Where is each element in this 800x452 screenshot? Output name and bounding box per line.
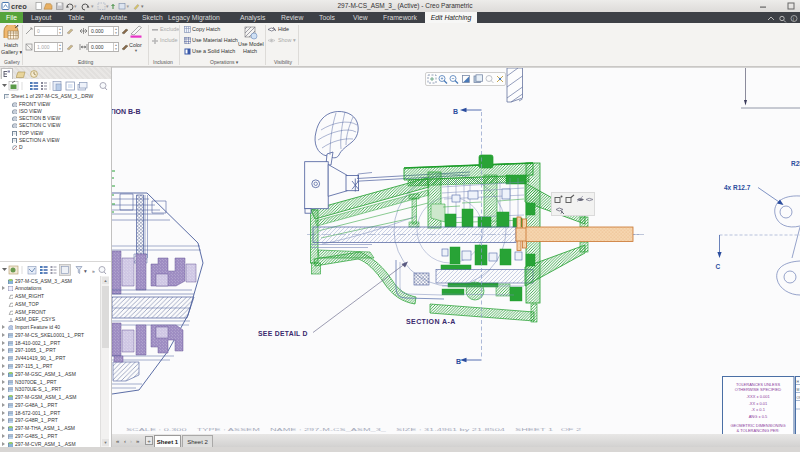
- svg-text:B: B: [456, 358, 461, 365]
- svg-text:SEE DETAIL D: SEE DETAIL D: [258, 330, 308, 337]
- svg-text:SCALE : 0.300 TYPE : ASSEM: SCALE : 0.300 TYPE : ASSEM NAME : 297-M-…: [126, 427, 582, 432]
- svg-text:▾: ▾: [141, 3, 144, 9]
- svg-text:M: M: [797, 388, 800, 392]
- svg-text:▾: ▾: [74, 3, 77, 9]
- svg-text:i: i: [793, 16, 794, 22]
- svg-text:▾: ▾: [84, 268, 87, 274]
- svg-text:OR: OR: [797, 396, 800, 400]
- svg-text:SECTION B-B: SECTION B-B: [112, 108, 141, 115]
- svg-text:»: »: [92, 268, 95, 274]
- svg-text:.XX ± 0.01: .XX ± 0.01: [749, 401, 768, 406]
- svg-text:▾: ▾: [91, 3, 94, 9]
- svg-text:R25.4: R25.4: [791, 160, 800, 167]
- svg-text:.XXX ± 0.001: .XXX ± 0.001: [746, 394, 770, 399]
- svg-text:SECTION A-A: SECTION A-A: [406, 318, 456, 325]
- svg-text:4x R12.7: 4x R12.7: [724, 184, 751, 191]
- svg-text:.X ± 0.1: .X ± 0.1: [751, 407, 766, 412]
- svg-text:B: B: [453, 108, 458, 115]
- svg-text:▾: ▾: [127, 3, 130, 9]
- svg-text:OTHERWISE SPECIFIED: OTHERWISE SPECIFIED: [735, 387, 781, 392]
- svg-text:& TOLERANCING PER:: & TOLERANCING PER:: [737, 428, 780, 433]
- svg-text:▾: ▾: [106, 3, 109, 9]
- svg-text:C: C: [716, 263, 721, 270]
- svg-text:creo: creo: [11, 2, 27, 11]
- svg-text:ANG ± 0.5: ANG ± 0.5: [749, 414, 768, 419]
